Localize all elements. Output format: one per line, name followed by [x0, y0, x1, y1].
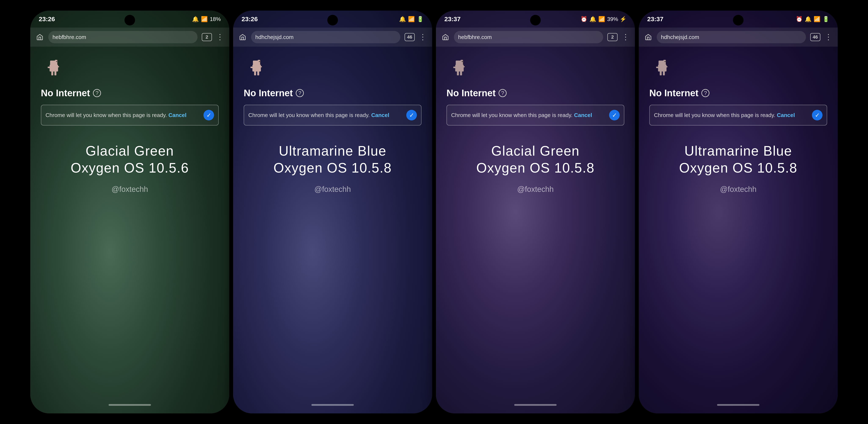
page-content-2: No Internet ? Chrome will let you know w…	[233, 47, 432, 396]
url-text-3: hebfbhre.com	[458, 34, 492, 40]
phone-4: 23:37 ⏰ 🔔 📶 🔋 hdhchejsjd.com	[639, 10, 838, 414]
dino-container-4	[649, 59, 827, 77]
no-internet-text-2: No Internet	[244, 88, 293, 98]
tab-count-4[interactable]: 46	[810, 33, 820, 41]
label-line1-2: Ultramarine Blue	[244, 142, 422, 160]
phone-label-3: Glacial Green Oxygen OS 10.5.8	[446, 142, 624, 176]
signal-icon-3: 📶	[598, 16, 605, 23]
camera-notch	[124, 15, 135, 25]
dino-container-1	[41, 59, 219, 77]
dino-icon-4	[649, 59, 673, 76]
status-icons-2: 🔔 📶 🔋	[399, 16, 424, 23]
check-circle-3: ✓	[609, 110, 620, 120]
home-indicator-2	[311, 404, 354, 406]
svg-rect-15	[259, 66, 262, 67]
label-line2-3: Oxygen OS 10.5.8	[446, 160, 624, 176]
tab-count-3[interactable]: 2	[608, 33, 618, 41]
svg-rect-11	[252, 65, 261, 72]
cancel-link-3[interactable]: Cancel	[574, 112, 592, 118]
battery-icon-3: 39% ⚡	[607, 16, 626, 23]
cancel-link-1[interactable]: Cancel	[168, 112, 186, 118]
svg-rect-4	[48, 66, 51, 68]
label-line2-2: Oxygen OS 10.5.8	[244, 160, 422, 176]
help-icon-3[interactable]: ?	[499, 89, 507, 97]
signal-icon-4: 📶	[814, 16, 820, 23]
svg-point-10	[259, 61, 260, 62]
time-1: 23:26	[39, 16, 55, 23]
phone-2: 23:26 🔔 📶 🔋 hdhchejsjd.com 46	[233, 10, 432, 414]
camera-notch-4	[733, 15, 744, 25]
time-3: 23:37	[444, 16, 461, 23]
cancel-link-2[interactable]: Cancel	[371, 112, 389, 118]
address-bar-1[interactable]: hebfbhre.com 2 ⋮	[30, 28, 229, 47]
address-bar-4[interactable]: hdhchejsjd.com 46 ⋮	[639, 28, 838, 47]
url-box-1[interactable]: hebfbhre.com	[48, 31, 197, 43]
signal-icon-2: 📶	[408, 16, 415, 23]
svg-rect-27	[658, 65, 666, 72]
check-circle-1: ✓	[204, 110, 214, 120]
alarm-icon-4: ⏰	[796, 16, 803, 23]
menu-dots-4[interactable]: ⋮	[825, 33, 832, 41]
menu-dots-3[interactable]: ⋮	[622, 33, 630, 41]
svg-rect-23	[462, 66, 465, 67]
dino-container-3	[446, 59, 624, 77]
battery-icon: 18%	[210, 16, 221, 23]
label-line2-1: Oxygen OS 10.5.6	[41, 160, 219, 176]
bottom-bar-4	[639, 396, 838, 414]
dino-icon-2	[244, 59, 267, 76]
url-text-1: hebfbhre.com	[53, 34, 86, 40]
status-icons-1: 🔔 📶 18%	[192, 16, 221, 23]
menu-dots-1[interactable]: ⋮	[216, 33, 224, 41]
phone-label-2: Ultramarine Blue Oxygen OS 10.5.8	[244, 142, 422, 176]
svg-point-26	[664, 61, 665, 62]
phone-label-4: Ultramarine Blue Oxygen OS 10.5.8	[649, 142, 827, 176]
url-box-2[interactable]: hdhchejsjd.com	[251, 31, 400, 43]
svg-rect-6	[54, 71, 56, 76]
svg-rect-20	[453, 66, 456, 68]
label-line1-4: Ultramarine Blue	[649, 142, 827, 160]
tab-count-1[interactable]: 2	[202, 33, 212, 41]
help-icon-2[interactable]: ?	[296, 89, 304, 97]
no-internet-1: No Internet ?	[41, 88, 219, 98]
tab-count-2[interactable]: 46	[405, 33, 415, 41]
no-internet-text-4: No Internet	[649, 88, 699, 98]
status-icons-3: ⏰ 🔔 📶 39% ⚡	[581, 16, 626, 23]
url-box-4[interactable]: hdhchejsjd.com	[657, 31, 806, 43]
home-indicator-4	[717, 404, 760, 406]
cancel-link-4[interactable]: Cancel	[777, 112, 795, 118]
svg-rect-28	[656, 66, 659, 68]
attribution-2: @foxtechh	[244, 185, 422, 194]
svg-rect-12	[250, 66, 253, 68]
url-box-3[interactable]: hebfbhre.com	[454, 31, 603, 43]
address-bar-3[interactable]: hebfbhre.com 2 ⋮	[436, 28, 635, 47]
signal-icon: 📶	[201, 16, 208, 23]
home-indicator-3	[514, 404, 557, 406]
time-4: 23:37	[647, 16, 663, 23]
notification-text-1: Chrome will let you know when this page …	[45, 111, 200, 119]
phone-label-1: Glacial Green Oxygen OS 10.5.6	[41, 142, 219, 176]
bottom-bar-3	[436, 396, 635, 414]
camera-notch-2	[327, 15, 338, 25]
help-icon-1[interactable]: ?	[93, 89, 101, 97]
url-text-4: hdhchejsjd.com	[661, 34, 699, 40]
address-bar-2[interactable]: hdhchejsjd.com 46 ⋮	[233, 28, 432, 47]
camera-notch-3	[530, 15, 541, 25]
url-text-2: hdhchejsjd.com	[255, 34, 293, 40]
attribution-1: @foxtechh	[41, 185, 219, 194]
menu-dots-2[interactable]: ⋮	[419, 33, 427, 41]
phone-1: 23:26 🔔 📶 18% hebfbhre.com	[30, 10, 229, 414]
notification-text-4: Chrome will let you know when this page …	[654, 111, 808, 119]
attribution-3: @foxtechh	[446, 185, 624, 194]
page-content-1: No Internet ? Chrome will let you know w…	[30, 47, 229, 396]
no-internet-text-3: No Internet	[446, 88, 496, 98]
bottom-bar-2	[233, 396, 432, 414]
notification-box-4: Chrome will let you know when this page …	[649, 105, 827, 125]
svg-point-18	[462, 61, 463, 62]
svg-rect-19	[455, 65, 464, 72]
help-icon-4[interactable]: ?	[702, 89, 709, 97]
home-icon-3	[441, 33, 450, 41]
label-line1-1: Glacial Green	[41, 142, 219, 160]
check-circle-2: ✓	[406, 110, 417, 120]
notification-text-3: Chrome will let you know when this page …	[451, 111, 606, 119]
svg-rect-31	[664, 66, 668, 67]
